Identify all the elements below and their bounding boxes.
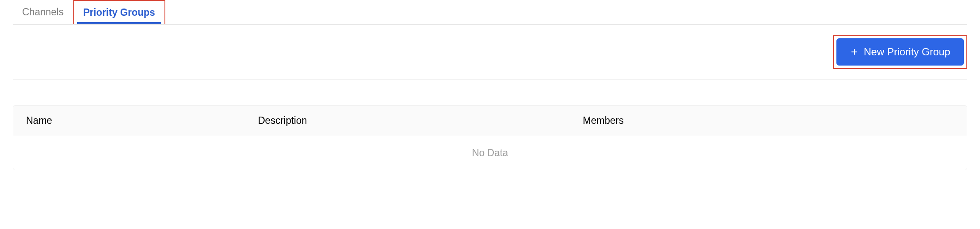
column-header-description: Description [258, 115, 583, 126]
tab-priority-groups[interactable]: Priority Groups [73, 0, 165, 24]
table-header: Name Description Members [13, 106, 967, 136]
column-header-members: Members [583, 115, 954, 126]
toolbar: New Priority Group [13, 25, 967, 80]
tab-channels-label: Channels [22, 6, 63, 17]
tab-channels[interactable]: Channels [13, 0, 73, 24]
tab-priority-groups-label: Priority Groups [83, 7, 155, 18]
new-priority-group-button[interactable]: New Priority Group [836, 38, 964, 66]
column-header-name: Name [26, 115, 258, 126]
new-priority-group-label: New Priority Group [864, 46, 950, 58]
table-body: No Data [13, 136, 967, 170]
plus-icon [850, 48, 859, 56]
new-priority-group-highlight: New Priority Group [833, 35, 967, 69]
table-empty-text: No Data [13, 147, 967, 159]
priority-groups-table: Name Description Members No Data [13, 105, 967, 170]
tabs-bar: Channels Priority Groups [13, 0, 967, 25]
